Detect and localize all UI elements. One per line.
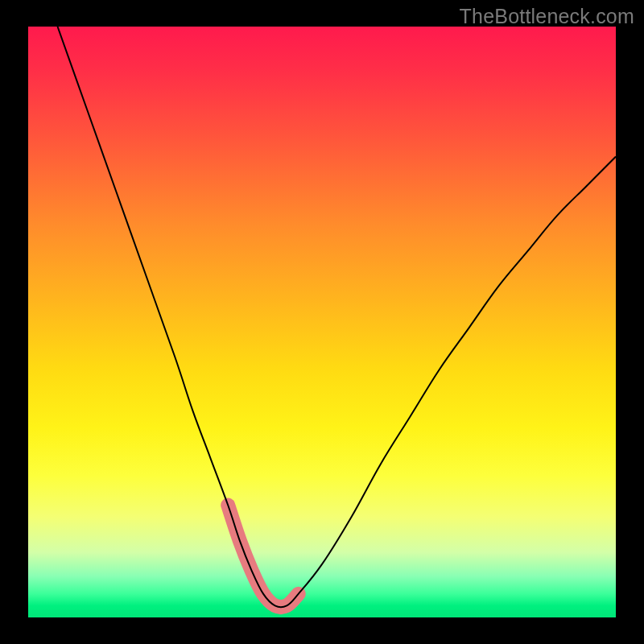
highlight-band bbox=[228, 506, 299, 608]
watermark-text: TheBottleneck.com bbox=[460, 5, 634, 28]
chart-frame: TheBottleneck.com bbox=[0, 0, 644, 644]
chart-svg bbox=[28, 27, 616, 617]
plot-area bbox=[28, 27, 616, 617]
bottleneck-curve bbox=[58, 27, 617, 607]
